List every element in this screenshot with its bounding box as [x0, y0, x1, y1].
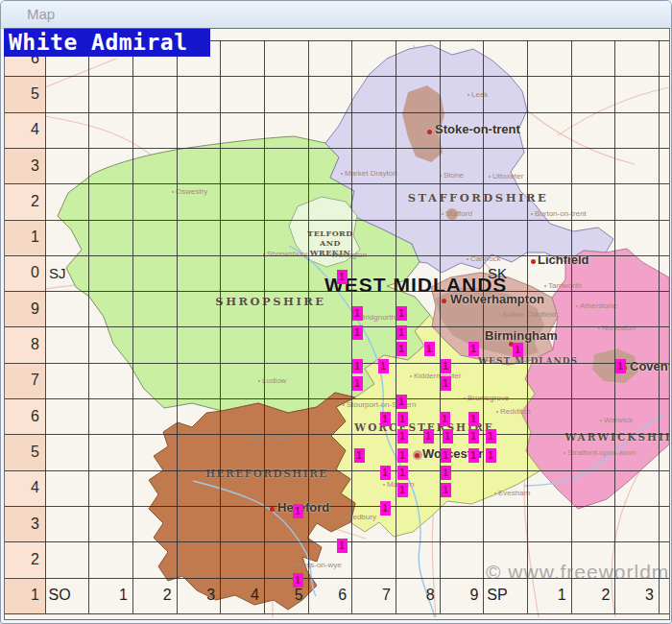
- occurrence-marker[interactable]: 1: [441, 376, 451, 391]
- occurrence-marker[interactable]: 1: [423, 429, 434, 444]
- grid-col-label: 3: [614, 587, 654, 604]
- occurrence-marker[interactable]: 1: [378, 359, 389, 373]
- town-label: Shrewsbury: [267, 250, 307, 258]
- occurrence-marker[interactable]: 1: [396, 342, 407, 356]
- county-label: TELFORD: [307, 228, 352, 238]
- occurrence-marker[interactable]: 1: [396, 306, 407, 321]
- town-dot: [383, 484, 385, 486]
- occurrence-marker[interactable]: 1: [468, 412, 479, 426]
- town-dot: [341, 173, 343, 175]
- grid-line-vertical: [132, 40, 133, 613]
- occurrence-marker[interactable]: 1: [443, 429, 453, 444]
- occurrence-marker[interactable]: 1: [337, 539, 348, 553]
- grid-line-horizontal: [5, 76, 669, 77]
- city-label: Stoke-on-trent: [435, 122, 520, 136]
- grid-row-label: 3: [5, 157, 39, 175]
- map-panel[interactable]: WEST MIDLANDS © www.freeworldm 654321098…: [4, 28, 670, 620]
- town-label: Burton-on-trent: [535, 209, 587, 218]
- grid-row-label: 2: [5, 551, 39, 568]
- occurrence-marker[interactable]: 1: [486, 448, 496, 463]
- base-map: [5, 29, 669, 619]
- city-dot: [531, 259, 536, 264]
- town-label: Kidderminster: [414, 372, 461, 380]
- town-dot: [467, 258, 468, 260]
- grid-col-label: 4: [220, 587, 259, 604]
- occurrence-marker[interactable]: 1: [337, 270, 348, 284]
- town-dot: [544, 285, 546, 287]
- occurrence-marker[interactable]: 1: [440, 412, 450, 426]
- town-dot: [172, 191, 174, 193]
- occurrence-marker[interactable]: 1: [441, 483, 451, 497]
- occurrence-marker[interactable]: 1: [441, 448, 451, 463]
- grid-line-vertical: [220, 40, 221, 613]
- town-label: Oswestry: [176, 187, 207, 196]
- town-label: Stratford-upon-avon: [567, 448, 636, 457]
- occurrence-marker[interactable]: 1: [354, 448, 365, 463]
- grid-line-vertical: [45, 40, 46, 613]
- occurrence-marker[interactable]: 1: [468, 448, 479, 463]
- town-dot: [498, 314, 500, 316]
- grid-col-label: 8: [396, 587, 435, 604]
- occurrence-marker[interactable]: 1: [293, 573, 303, 588]
- grid-line-horizontal: [5, 434, 669, 435]
- occurrence-marker[interactable]: 1: [352, 359, 363, 373]
- grid-line-vertical: [264, 40, 265, 613]
- grid-line-vertical: [308, 40, 309, 613]
- grid-col-label: 5: [264, 587, 303, 604]
- species-banner: White Admiral: [4, 29, 210, 57]
- window-titlebar[interactable]: Map: [1, 1, 671, 29]
- occurrence-marker[interactable]: 1: [397, 483, 408, 497]
- occurrence-marker[interactable]: 1: [397, 412, 408, 426]
- occurrence-marker[interactable]: 1: [424, 342, 435, 356]
- occurrence-marker[interactable]: 1: [441, 359, 451, 373]
- grid-line-horizontal: [5, 398, 669, 399]
- town-dot: [258, 380, 260, 382]
- town-dot: [496, 411, 498, 413]
- town-label: Warwick: [604, 416, 633, 424]
- grid-line-horizontal: [5, 148, 669, 149]
- grid-square-label-sj: SJ: [49, 265, 66, 281]
- grid-line-horizontal: [5, 326, 669, 327]
- town-label: Ledbury: [348, 513, 376, 521]
- screenshot-root: Map: [0, 0, 672, 624]
- occurrence-marker[interactable]: 1: [615, 359, 626, 373]
- occurrence-marker[interactable]: 1: [352, 306, 363, 321]
- town-label: Ludlow: [262, 376, 286, 385]
- grid-line-vertical: [571, 40, 572, 613]
- city-label: Wolverhampton: [450, 292, 544, 306]
- occurrence-marker[interactable]: 1: [441, 466, 451, 480]
- grid-row-label: 2: [5, 193, 39, 210]
- occurrence-marker[interactable]: 1: [397, 429, 408, 444]
- occurrence-marker[interactable]: 1: [486, 429, 496, 444]
- occurrence-marker[interactable]: 1: [380, 501, 391, 516]
- city-dot: [442, 299, 446, 303]
- occurrence-marker[interactable]: 1: [397, 448, 408, 463]
- county-label: WEST MIDLANDS: [478, 356, 578, 366]
- city-label: Birmingham: [485, 328, 558, 343]
- grid-col-label: 2: [132, 587, 172, 604]
- occurrence-marker[interactable]: 1: [397, 466, 408, 480]
- occurrence-marker[interactable]: 1: [513, 343, 523, 357]
- occurrence-marker[interactable]: 1: [468, 429, 479, 444]
- occurrence-marker[interactable]: 1: [380, 466, 391, 480]
- grid-col-label: 1: [527, 587, 566, 604]
- occurrence-marker[interactable]: 1: [380, 412, 391, 426]
- grid-row-label: 6: [5, 408, 39, 425]
- occurrence-marker[interactable]: 1: [293, 504, 303, 518]
- grid-col-label: 7: [351, 587, 391, 604]
- grid-row-label: 9: [5, 300, 39, 318]
- occurrence-marker[interactable]: 1: [396, 325, 407, 340]
- town-label: Sutton Coldfield: [502, 310, 556, 319]
- occurrence-marker[interactable]: 1: [468, 342, 479, 356]
- town-dot: [531, 213, 533, 215]
- occurrence-marker[interactable]: 1: [352, 376, 363, 391]
- town-dot: [442, 213, 444, 215]
- occurrence-marker[interactable]: 1: [352, 325, 363, 340]
- town-label: Uttoxeter: [492, 172, 523, 180]
- grid-col-label: 2: [571, 587, 611, 604]
- grid-line-horizontal: [5, 220, 669, 221]
- occurrence-marker[interactable]: 1: [396, 395, 407, 409]
- attribution-watermark: © www.freeworldm: [486, 561, 669, 584]
- grid-line-vertical: [177, 40, 178, 613]
- grid-line-horizontal: [5, 470, 669, 471]
